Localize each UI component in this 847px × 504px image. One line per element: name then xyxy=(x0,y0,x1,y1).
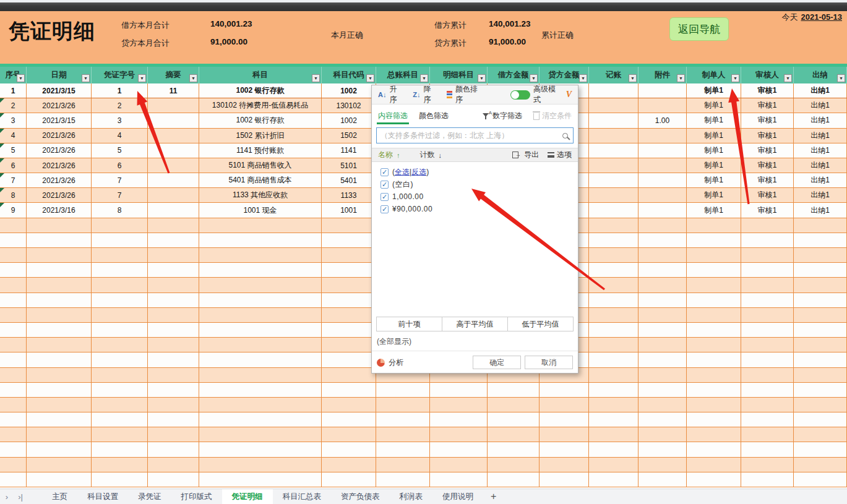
cell-r18-c3[interactable] xyxy=(92,338,148,352)
cell-r8-c15[interactable]: 出纳1 xyxy=(794,188,847,202)
cell-r26-c2[interactable] xyxy=(27,458,92,472)
cell-r18-c12[interactable] xyxy=(638,338,687,352)
cell-r24-c8[interactable] xyxy=(430,427,488,442)
cell-r9-c3[interactable]: 8 xyxy=(92,203,148,217)
cell-r19-c14[interactable] xyxy=(741,352,794,367)
sheet-tab-8[interactable]: 使用说明 xyxy=(432,489,483,504)
ok-button[interactable]: 确定 xyxy=(473,356,521,369)
cell-r15-c11[interactable] xyxy=(589,293,638,307)
cell-r8-c6[interactable]: 1133 xyxy=(322,188,376,202)
cell-r14-c11[interactable] xyxy=(589,278,638,292)
cell-r21-c2[interactable] xyxy=(27,383,92,397)
cell-r15-c6[interactable] xyxy=(322,293,376,307)
cell-r18-c6[interactable] xyxy=(322,338,376,352)
cell-r3-c13[interactable]: 制单1 xyxy=(687,113,741,127)
cell-r1-c2[interactable]: 2021/3/15 xyxy=(27,83,92,98)
cell-r6-c11[interactable] xyxy=(589,158,638,173)
cell-r9-c2[interactable]: 2021/3/16 xyxy=(27,203,92,217)
cell-r8-c1[interactable]: 8 xyxy=(0,188,27,202)
cell-r15-c2[interactable] xyxy=(27,293,92,307)
filter-dropdown-button-4[interactable]: ▼ xyxy=(312,74,320,82)
sheet-tab-2[interactable]: 录凭证 xyxy=(128,489,171,504)
cell-r1-c4[interactable]: 11 xyxy=(148,83,199,98)
filter-search-input[interactable] xyxy=(381,131,562,140)
cell-r2-c4[interactable] xyxy=(148,98,199,113)
cell-r19-c4[interactable] xyxy=(148,352,199,367)
filter-dropdown-button-3[interactable]: ▼ xyxy=(189,74,197,82)
cell-r5-c13[interactable]: 制单1 xyxy=(687,143,741,158)
cell-r16-c14[interactable] xyxy=(741,308,794,322)
cell-r22-c12[interactable] xyxy=(638,398,687,412)
filter-dropdown-button-13[interactable]: ▼ xyxy=(784,74,792,82)
cell-r16-c2[interactable] xyxy=(27,308,92,322)
cell-r20-c2[interactable] xyxy=(27,368,92,382)
cell-r1-c14[interactable]: 审核1 xyxy=(741,83,794,98)
cell-r8-c12[interactable] xyxy=(638,188,687,202)
cell-r7-c6[interactable]: 5401 xyxy=(322,173,376,187)
filter-dropdown-button-5[interactable]: ▼ xyxy=(366,74,374,82)
cell-r13-c5[interactable] xyxy=(199,263,322,277)
cell-r21-c6[interactable] xyxy=(322,383,376,397)
cell-r24-c13[interactable] xyxy=(687,427,741,442)
cell-r2-c12[interactable] xyxy=(638,98,687,113)
cell-r8-c3[interactable]: 7 xyxy=(92,188,148,202)
filter-dropdown-button-0[interactable]: ▼ xyxy=(17,74,25,82)
cell-r8-c2[interactable]: 2021/3/26 xyxy=(27,188,92,202)
filter-item-1[interactable]: ✓1,000.00 xyxy=(381,190,578,203)
cell-r19-c5[interactable] xyxy=(199,352,322,367)
cell-r24-c12[interactable] xyxy=(638,427,687,442)
cell-r14-c2[interactable] xyxy=(27,278,92,292)
cell-r16-c15[interactable] xyxy=(794,308,847,322)
cell-r1-c1[interactable]: 1 xyxy=(0,83,27,98)
cell-r9-c12[interactable] xyxy=(638,203,687,217)
cell-r24-c6[interactable] xyxy=(322,427,376,442)
cell-r18-c11[interactable] xyxy=(589,338,638,352)
cell-r19-c2[interactable] xyxy=(27,352,92,367)
cell-r16-c11[interactable] xyxy=(589,308,638,322)
cell-r11-c12[interactable] xyxy=(638,233,687,247)
options-button[interactable]: 选项 xyxy=(548,150,572,160)
cell-r25-c9[interactable] xyxy=(488,442,540,456)
cell-r24-c15[interactable] xyxy=(794,427,847,442)
cell-r25-c12[interactable] xyxy=(638,442,687,456)
filter-item-0[interactable]: ✓(空白) xyxy=(381,178,578,190)
cell-r15-c1[interactable] xyxy=(0,293,27,307)
cell-r10-c12[interactable] xyxy=(638,218,687,233)
cell-r27-c12[interactable] xyxy=(638,472,687,487)
cell-r12-c1[interactable] xyxy=(0,248,27,262)
cell-r9-c14[interactable]: 审核1 xyxy=(741,203,794,217)
cell-r12-c13[interactable] xyxy=(687,248,741,262)
cell-r5-c12[interactable] xyxy=(638,143,687,158)
cell-r22-c9[interactable] xyxy=(488,398,540,412)
cell-r24-c7[interactable] xyxy=(376,427,430,442)
cell-r27-c15[interactable] xyxy=(794,472,847,487)
cell-r23-c12[interactable] xyxy=(638,412,687,427)
cell-r26-c3[interactable] xyxy=(92,458,148,472)
cell-r15-c3[interactable] xyxy=(92,293,148,307)
cell-r27-c5[interactable] xyxy=(199,472,322,487)
cell-r25-c7[interactable] xyxy=(376,442,430,456)
cell-r10-c5[interactable] xyxy=(199,218,322,233)
sheet-tab-4[interactable]: 凭证明细 xyxy=(222,489,273,504)
cell-r10-c6[interactable] xyxy=(322,218,376,233)
cell-r11-c3[interactable] xyxy=(92,233,148,247)
cell-r3-c5[interactable]: 1002 银行存款 xyxy=(199,113,322,127)
cell-r1-c15[interactable]: 出纳1 xyxy=(794,83,847,98)
cell-r7-c12[interactable] xyxy=(638,173,687,187)
sort-descending-button[interactable]: 降序 xyxy=(424,84,438,105)
cell-r19-c6[interactable] xyxy=(322,352,376,367)
cell-r10-c1[interactable] xyxy=(0,218,27,233)
cell-r11-c2[interactable] xyxy=(27,233,92,247)
cell-r17-c2[interactable] xyxy=(27,323,92,337)
cell-r17-c14[interactable] xyxy=(741,323,794,337)
cell-r7-c13[interactable]: 制单1 xyxy=(687,173,741,187)
cell-r23-c11[interactable] xyxy=(589,412,638,427)
cell-r8-c14[interactable]: 审核1 xyxy=(741,188,794,202)
cell-r4-c6[interactable]: 1502 xyxy=(322,129,376,143)
cell-r6-c5[interactable]: 5101 商品销售收入 xyxy=(199,158,322,173)
cell-r25-c11[interactable] xyxy=(589,442,638,456)
cell-r26-c11[interactable] xyxy=(589,458,638,472)
cell-r7-c14[interactable]: 审核1 xyxy=(741,173,794,187)
cell-r22-c5[interactable] xyxy=(199,398,322,412)
cell-r8-c13[interactable]: 制单1 xyxy=(687,188,741,202)
